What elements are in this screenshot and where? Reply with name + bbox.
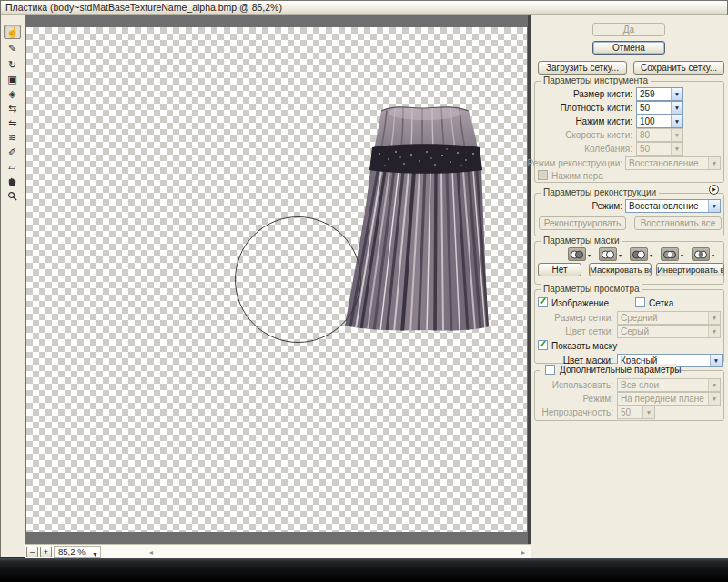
zoom-level-combo[interactable]: 85,2 % ▼ [54, 546, 101, 558]
chevron-down-icon: ▼ [671, 129, 682, 141]
ok-button[interactable]: Да [592, 23, 665, 36]
mirror-tool[interactable]: ⇋ [4, 115, 21, 130]
add-to-selection-icon [601, 250, 615, 259]
zoom-in-button[interactable]: + [40, 547, 52, 557]
recon-mode-row-label: Режим реконструкции: [525, 158, 622, 168]
chevron-down-icon[interactable]: ▾ [712, 252, 714, 258]
stylus-pressure-label: Нажим пера [551, 171, 603, 181]
tool-column: ☝ ✎ ↻ ▣ ◈ ⇆ ⇋ ≋ ✐ ▱ [1, 15, 25, 557]
chevron-down-icon: ▼ [642, 406, 654, 418]
recon-mode-row-combo: Восстановление▼ [625, 156, 721, 170]
show-mesh-checkbox[interactable] [635, 297, 645, 307]
chevron-down-icon: ▼ [708, 157, 720, 169]
cancel-button[interactable]: Отмена [592, 41, 665, 55]
invert-selection-icon [693, 250, 708, 259]
canvas-status-bar: – + 85,2 % ▼ ◂ ▸ [25, 544, 531, 558]
tool-options-title: Параметры инструмента [541, 75, 651, 85]
show-image-label: Изображение [551, 298, 609, 308]
backdrop-opacity-label: Непрозрачность: [531, 407, 613, 417]
backdrop-legend: Дополнительные параметры [540, 364, 676, 376]
hscroll-right-arrow-icon[interactable]: ▸ [521, 548, 525, 557]
mask-invert-button[interactable] [692, 247, 710, 261]
mask-invert-all-button[interactable]: Инвертировать все [656, 263, 724, 276]
mesh-color-label: Цвет сетки: [531, 326, 613, 336]
show-image-checkbox[interactable] [538, 297, 548, 307]
chevron-down-icon[interactable]: ▾ [650, 252, 652, 258]
turbulence-tool[interactable]: ≋ [4, 130, 21, 145]
backdrop-use-label: Использовать: [531, 380, 613, 390]
twirl-clockwise-tool[interactable]: ↻ [4, 57, 21, 72]
save-mesh-button[interactable]: Сохранить сетку... [633, 61, 724, 75]
subtract-from-selection-icon [632, 250, 646, 259]
brush-pressure-combo[interactable]: 100▼ [636, 115, 683, 128]
brush-density-label: Плотность кисти: [531, 103, 632, 113]
forward-warp-tool[interactable]: ☝ [4, 25, 21, 39]
load-mesh-button[interactable]: Загрузить сетку... [538, 61, 627, 75]
chevron-down-icon: ▼ [671, 143, 682, 155]
brush-cursor-outline [235, 216, 361, 343]
hscroll-left-arrow-icon[interactable]: ◂ [149, 548, 153, 557]
zoom-out-button[interactable]: – [26, 547, 38, 557]
liquify-dialog: Пластика (body~stdMatBaseTextureName_alp… [0, 0, 728, 557]
backdrop-opacity-combo: 50▼ [617, 406, 655, 419]
chevron-down-icon: ▼ [708, 312, 720, 324]
brush-size-combo[interactable]: 259▼ [636, 87, 683, 101]
recon-mode-label: Режим: [567, 201, 622, 211]
jitter-label: Колебания: [531, 144, 632, 154]
taskbar: ✳ The Sims™ 3 В сумер... Редактор Sims 2… [0, 558, 728, 582]
brush-density-combo[interactable]: 50▼ [636, 101, 683, 115]
backdrop-mode-label: Режим: [531, 394, 613, 404]
show-mask-label: Показать маску [551, 341, 617, 351]
chevron-down-icon: ▼ [708, 379, 720, 391]
brush-rate-label: Скорость кисти: [531, 130, 632, 140]
bloat-tool[interactable]: ◈ [4, 86, 21, 101]
push-left-tool[interactable]: ⇆ [4, 101, 21, 115]
chevron-down-icon[interactable]: ▾ [619, 252, 622, 258]
backdrop-label: Дополнительные параметры [560, 365, 681, 375]
backdrop-checkbox[interactable] [545, 365, 555, 375]
chevron-down-icon[interactable]: ▾ [681, 252, 683, 258]
zoom-level-value: 85,2 % [55, 547, 86, 557]
chevron-down-icon: ▼ [671, 88, 682, 100]
recon-mode-combo[interactable]: Восстановление▼ [625, 199, 721, 213]
reconstruct-tool[interactable]: ✎ [4, 41, 21, 55]
chevron-down-icon: ▼ [710, 355, 722, 366]
dialog-title: Пластика (body~stdMatBaseTextureName_alp… [5, 2, 282, 13]
chevron-down-icon: ▼ [708, 393, 720, 405]
hand-icon [7, 176, 17, 186]
replace-selection-icon [570, 250, 584, 259]
stylus-pressure-checkbox [538, 170, 548, 180]
pucker-tool[interactable]: ▣ [4, 72, 21, 86]
recon-options-title: Параметры реконструкции [541, 187, 659, 197]
thaw-mask-tool[interactable]: ▱ [4, 159, 21, 174]
chevron-down-icon: ▼ [708, 326, 720, 337]
chevron-down-icon: ▼ [671, 102, 682, 114]
intersect-selection-icon [662, 250, 677, 259]
mask-none-button[interactable]: Нет [538, 263, 581, 276]
preview-canvas[interactable] [25, 15, 531, 544]
mask-intersect-button[interactable] [661, 247, 679, 261]
jitter-combo: 50▼ [636, 142, 683, 156]
zoom-tool[interactable] [4, 188, 21, 203]
mask-add-button[interactable] [599, 247, 617, 261]
chevron-down-icon: ▼ [708, 200, 720, 212]
mask-mode-row: ▾ ▾ ▾ ▾ ▾ [531, 247, 728, 262]
recon-options-menu-button[interactable]: ▶ [709, 185, 719, 195]
chevron-down-icon: ▼ [671, 115, 682, 127]
show-mesh-label: Сетка [649, 298, 673, 308]
freeze-mask-tool[interactable]: ✐ [4, 145, 21, 159]
mask-all-button[interactable]: Маскировать все [589, 263, 652, 276]
brush-rate-combo: 80▼ [636, 128, 683, 142]
brush-size-label: Размер кисти: [531, 89, 632, 99]
show-mask-checkbox[interactable] [538, 340, 548, 350]
mask-replace-button[interactable] [568, 247, 586, 261]
brush-pressure-label: Нажим кисти: [531, 116, 632, 126]
hand-tool[interactable] [4, 174, 21, 188]
reconstruct-button[interactable]: Реконструировать [539, 216, 626, 230]
restore-all-button[interactable]: Восстановить все [634, 216, 722, 230]
chevron-down-icon[interactable]: ▾ [588, 252, 591, 258]
dialog-title-bar[interactable]: Пластика (body~stdMatBaseTextureName_alp… [1, 1, 727, 15]
mask-subtract-button[interactable] [630, 247, 648, 261]
backdrop-use-combo: Все слои▼ [617, 378, 721, 392]
view-options-title: Параметры просмотра [541, 284, 642, 294]
